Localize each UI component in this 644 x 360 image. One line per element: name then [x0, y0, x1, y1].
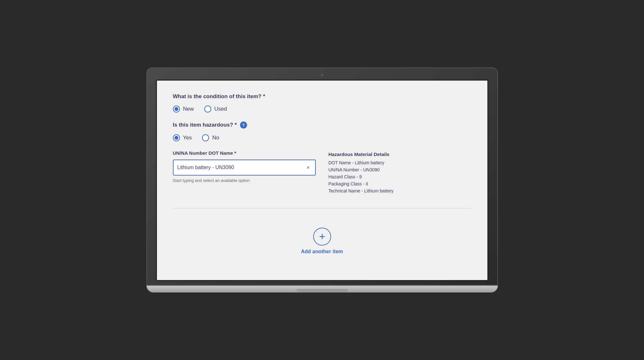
hazard-details-title: Hazardous Material Details	[329, 152, 471, 157]
condition-new-radio[interactable]	[173, 106, 180, 113]
add-item-section: Add another item	[173, 215, 471, 261]
dot-search-input[interactable]	[177, 160, 305, 175]
dot-field-col: UN/NA Number DOT Name * × Start typing a…	[173, 150, 316, 195]
condition-new-label: New	[183, 106, 194, 112]
hazard-detail-dot-name: DOT Name - Lithium battery	[329, 160, 471, 165]
hazardous-no-radio[interactable]	[202, 134, 209, 141]
dot-field-hint: Start typing and select an available opt…	[173, 178, 316, 183]
condition-used-option[interactable]: Used	[204, 106, 227, 113]
hazardous-yes-label: Yes	[183, 135, 192, 141]
hazardous-question-label: Is this item hazardous? *	[173, 122, 237, 128]
condition-used-label: Used	[214, 106, 227, 112]
laptop-camera	[321, 74, 323, 76]
condition-new-option[interactable]: New	[173, 106, 194, 113]
hazard-detail-tech-name: Technical Name - Lithium battery	[329, 188, 471, 193]
laptop-shell: What is the condition of this item? * Ne…	[146, 67, 498, 293]
hazardous-section: Is this item hazardous? * ? Yes No	[173, 121, 471, 141]
condition-section: What is the condition of this item? * Ne…	[173, 93, 471, 113]
section-divider	[173, 208, 471, 208]
clear-button[interactable]: ×	[305, 163, 311, 172]
dot-field-label: UN/NA Number DOT Name *	[173, 150, 316, 156]
laptop-screen: What is the condition of this item? * Ne…	[156, 80, 488, 281]
hazard-detail-class: Hazard Class - 9	[329, 174, 471, 179]
laptop-bottom	[146, 286, 498, 293]
hazardous-radio-group: Yes No	[173, 134, 471, 141]
hazardous-yes-radio[interactable]	[173, 134, 180, 141]
condition-radio-group: New Used	[173, 106, 471, 113]
condition-used-radio[interactable]	[204, 106, 211, 113]
hazardous-no-option[interactable]: No	[202, 134, 219, 141]
hazardous-yes-option[interactable]: Yes	[173, 134, 192, 141]
add-item-button[interactable]	[313, 228, 331, 246]
hazardous-no-label: No	[212, 135, 219, 141]
hazard-detail-un-number: UN/NA Number - UN3090	[329, 167, 471, 172]
dot-search-wrapper[interactable]: ×	[173, 160, 316, 176]
hazardous-question-row: Is this item hazardous? * ?	[173, 121, 471, 129]
hazard-details-col: Hazardous Material Details DOT Name - Li…	[329, 150, 471, 195]
details-row: UN/NA Number DOT Name * × Start typing a…	[173, 150, 471, 195]
help-icon[interactable]: ?	[240, 121, 247, 129]
add-item-label: Add another item	[301, 249, 343, 254]
hazard-detail-packaging: Packaging Class - II	[329, 181, 471, 186]
condition-question-label: What is the condition of this item? *	[173, 93, 471, 100]
laptop-top: What is the condition of this item? * Ne…	[146, 67, 498, 286]
form-container: What is the condition of this item? * Ne…	[157, 81, 487, 280]
